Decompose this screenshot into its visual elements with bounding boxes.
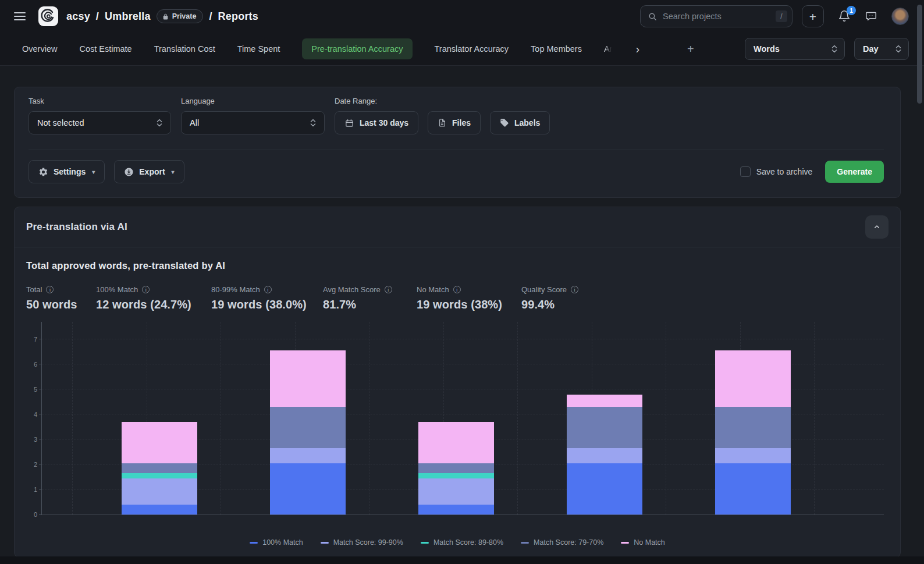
- bar-segment-no-match[interactable]: [122, 422, 197, 463]
- notifications-button[interactable]: 1: [838, 10, 851, 23]
- legend-label: No Match: [634, 538, 665, 547]
- app-logo[interactable]: [38, 6, 58, 26]
- save-to-archive-option[interactable]: Save to archive: [740, 166, 813, 177]
- bar-segment-match-score-79-70-[interactable]: [122, 463, 197, 473]
- create-new-button[interactable]: +: [802, 5, 824, 27]
- report-filters-panel: Task Not selected Language All Date Rang…: [14, 87, 901, 198]
- bar-segment-no-match[interactable]: [418, 422, 494, 463]
- info-icon[interactable]: i: [46, 286, 54, 293]
- bar-segment-match-score-99-90-[interactable]: [715, 448, 791, 463]
- search-input[interactable]: [663, 12, 776, 21]
- generate-button[interactable]: Generate: [825, 161, 884, 183]
- unit-select[interactable]: Words: [745, 38, 845, 60]
- bar-segment-match-score-99-90-[interactable]: [418, 478, 494, 505]
- user-avatar[interactable]: [891, 8, 909, 25]
- add-report-tab-button[interactable]: +: [687, 43, 694, 55]
- bar-segment-100-match[interactable]: [567, 463, 642, 515]
- calendar-icon: [344, 118, 354, 128]
- scrollbar-thumb[interactable]: [917, 5, 922, 104]
- bar-segment-match-score-89-80-[interactable]: [122, 473, 197, 478]
- files-filter-button[interactable]: Files: [428, 111, 481, 134]
- legend-item-100-match[interactable]: 100% Match: [250, 538, 303, 547]
- updown-arrows-icon: [894, 44, 902, 54]
- bar-segment-match-score-79-70-[interactable]: [715, 407, 791, 448]
- breadcrumb-org[interactable]: acsy: [66, 10, 90, 23]
- tab-translation-cost[interactable]: Translation Cost: [154, 44, 215, 54]
- tab-pre-translation-accuracy[interactable]: Pre-translation Accuracy: [302, 38, 412, 59]
- filter-panel-divider: [29, 150, 884, 150]
- bar-segment-match-score-89-80-[interactable]: [418, 473, 494, 478]
- breadcrumb-project[interactable]: Umbrella: [105, 10, 151, 23]
- tab-translator-accuracy[interactable]: Translator Accuracy: [435, 44, 509, 54]
- bar-segment-100-match[interactable]: [270, 463, 346, 515]
- bar-segment-match-score-99-90-[interactable]: [270, 448, 346, 463]
- bar-segment-no-match[interactable]: [567, 395, 642, 407]
- info-icon[interactable]: i: [453, 286, 461, 293]
- search-projects-box[interactable]: /: [640, 5, 792, 27]
- tab-overflow-truncated[interactable]: Ar: [604, 44, 613, 54]
- chart-legend: 100% MatchMatch Score: 99-90%Match Score…: [26, 538, 889, 547]
- bar-segment-100-match[interactable]: [715, 463, 791, 515]
- bar-segment-100-match[interactable]: [122, 505, 197, 515]
- info-icon[interactable]: i: [385, 286, 392, 293]
- legend-marker-icon: [421, 542, 429, 544]
- tab-top-members[interactable]: Top Members: [531, 44, 582, 54]
- tabs-list: OverviewCost EstimateTranslation CostTim…: [22, 38, 582, 59]
- info-icon[interactable]: i: [142, 286, 150, 293]
- date-range-button[interactable]: Last 30 days: [335, 111, 418, 134]
- info-icon[interactable]: i: [571, 286, 578, 293]
- gear-icon: [38, 167, 48, 177]
- export-button[interactable]: Export ▾: [114, 160, 184, 183]
- chevron-up-icon: [872, 222, 882, 232]
- caret-down-icon: ▾: [92, 169, 95, 175]
- bar-segment-match-score-79-70-[interactable]: [567, 407, 642, 448]
- stat-label: 80-99% Matchi: [211, 285, 323, 294]
- legend-label: Match Score: 79-70%: [534, 538, 603, 547]
- crowdin-logo-icon: [38, 6, 58, 26]
- tab-time-spent[interactable]: Time Spent: [237, 44, 280, 54]
- privacy-badge: Private: [157, 9, 204, 23]
- settings-button[interactable]: Settings ▾: [29, 160, 105, 183]
- stat-quality-score: Quality Scorei99.4%: [521, 285, 578, 311]
- bar-segment-100-match[interactable]: [418, 505, 494, 515]
- search-icon: [648, 12, 658, 22]
- legend-item-match-score-99-90-[interactable]: Match Score: 99-90%: [321, 538, 403, 547]
- summary-stats-row: Totali50 words100% Matchi12 words (24.7%…: [26, 285, 889, 311]
- y-axis-tick-label: 6: [24, 361, 37, 368]
- file-icon: [438, 118, 447, 127]
- legend-item-match-score-79-70-[interactable]: Match Score: 79-70%: [521, 538, 603, 547]
- y-axis-tick-label: 4: [24, 411, 37, 418]
- language-select-value: All: [190, 118, 199, 127]
- bar-segment-no-match[interactable]: [715, 350, 791, 407]
- legend-item-match-score-89-80-[interactable]: Match Score: 89-80%: [421, 538, 503, 547]
- breadcrumb: acsy / Umbrella Private / Reports: [66, 9, 258, 23]
- updown-arrows-icon: [309, 118, 317, 127]
- bar-segment-match-score-99-90-[interactable]: [122, 478, 197, 505]
- tabs-scroll-right-icon[interactable]: ›: [634, 43, 641, 55]
- page-scrollbar[interactable]: [917, 0, 922, 564]
- period-select[interactable]: Day: [854, 38, 909, 60]
- info-icon[interactable]: i: [264, 286, 272, 293]
- legend-item-no-match[interactable]: No Match: [621, 538, 665, 547]
- tab-cost-estimate[interactable]: Cost Estimate: [79, 44, 132, 54]
- labels-filter-button[interactable]: Labels: [490, 111, 550, 134]
- task-select[interactable]: Not selected: [29, 111, 171, 134]
- save-to-archive-checkbox[interactable]: [740, 166, 751, 177]
- legend-label: 100% Match: [262, 538, 303, 547]
- bar-segment-no-match[interactable]: [270, 350, 346, 407]
- task-select-value: Not selected: [37, 118, 84, 127]
- notification-count-badge: 1: [847, 6, 856, 15]
- hamburger-menu-icon[interactable]: [14, 12, 26, 20]
- stat-label: Totali: [26, 285, 96, 294]
- bar-segment-match-score-79-70-[interactable]: [418, 463, 494, 473]
- bar-segment-match-score-79-70-[interactable]: [270, 407, 346, 448]
- y-axis-tick: [39, 389, 42, 389]
- bar-segment-match-score-99-90-[interactable]: [567, 448, 642, 463]
- stat-avg-match-score: Avg Match Scorei81.7%: [323, 285, 417, 311]
- chat-icon: [865, 10, 877, 23]
- tab-overview[interactable]: Overview: [22, 44, 57, 54]
- messages-button[interactable]: [865, 10, 877, 23]
- top-bar: acsy / Umbrella Private / Reports / + 1: [0, 0, 924, 33]
- collapse-panel-button[interactable]: [865, 215, 889, 239]
- language-select[interactable]: All: [181, 111, 325, 134]
